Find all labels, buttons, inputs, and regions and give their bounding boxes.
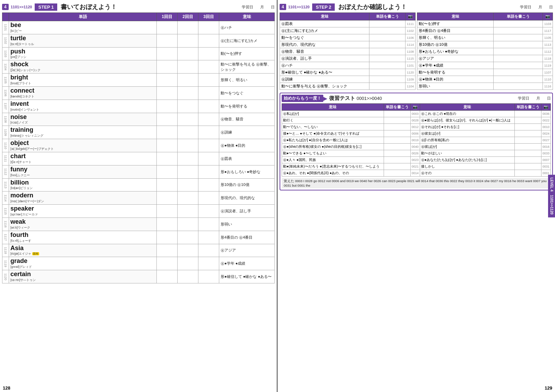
review-row: 動行く 0028 ㊎●彼らは[が]、彼女らは[が]、それらは[が] ●(一般に)… [282, 117, 551, 124]
word-main: billion [10, 179, 155, 186]
check-col-3 [198, 74, 219, 87]
review-meaning-r: ㊎●彼らは[が]、彼女らは[が]、それらは[が] ●(一般に)人は [420, 117, 514, 124]
word-main: Asia [10, 245, 155, 252]
word-main: chart [10, 153, 155, 160]
confirm-num-r: 1113 [543, 41, 553, 48]
confirm-write-l [369, 76, 405, 83]
check-col-2 [178, 257, 198, 270]
review-meaning-r: ㊎彼は[が] [420, 144, 514, 150]
word-phonetic: [fɔːrθ]ふォーす [10, 239, 155, 243]
check-col-1 [157, 165, 178, 178]
check-col-2 [178, 47, 198, 60]
review-arrow: ▶ [323, 96, 327, 101]
review-row: ㊎●(sheの所有格)彼女の ●(sheの目的格)彼女を[に] 0040 ㊎彼は… [282, 144, 551, 150]
check-col-1 [157, 270, 178, 283]
table-row: 1104 shock [ʃɑ(ː)k]ショッ(ー)ック 動〜に衝撃を与える ㊎衝… [2, 60, 275, 74]
col-meaning: 意味 [219, 13, 275, 21]
review-meaning-l: 動●〜できる ●〜してもよい [282, 150, 384, 157]
confirm-num-l: 1106 [405, 34, 415, 41]
study-date-left: 学習日 月 日 [242, 5, 275, 10]
table-row: 1115 speaker [spíːkər]スピーカァ ㊎演説者、話し手 [2, 205, 275, 218]
word-cell: bee [biː]ビー [9, 21, 157, 34]
check-col-1 [157, 191, 178, 205]
word-main: funny [10, 166, 155, 173]
word-phonetic: [nɔɪz]ノイズ [10, 120, 155, 125]
confirm-num-l: 1111 [405, 20, 415, 27]
confirm-right-icon: 📷 [543, 13, 553, 20]
meaning-cell: 形●おもしろい ●奇妙な [219, 165, 275, 178]
table-row: 1107 invent [invént]インヴェント 動〜を発明する [2, 100, 275, 113]
word-phonetic: [greɪd]グレィド [10, 265, 155, 269]
confirm-row: 動(〜を)押す 1103 [417, 20, 553, 27]
confirm-row: ㊎訓練 1109 [280, 76, 416, 83]
review-num-l: 0021 [410, 163, 420, 170]
word-phonetic: [braɪt]ブライト [10, 81, 155, 86]
check-col-2 [178, 191, 198, 205]
confirm-write-r [494, 62, 543, 69]
check-col-3 [198, 165, 219, 178]
word-cell: shock [ʃɑ(ː)k]ショッ(ー)ック [9, 60, 157, 74]
word-phonetic: [spíːkər]スピーカァ [10, 212, 155, 217]
confirm-num-r: 1103 [543, 20, 553, 27]
review-write-l [384, 137, 410, 144]
review-num-r: 0036 [541, 111, 550, 117]
word-cell: grade [greɪd]グレィド [9, 257, 157, 270]
review-num-l: 0006 [410, 130, 420, 137]
review-table: 意味 単語を書こう 📷 意味 単語を書こう 📷 ㊎私は[が] 0003 ㊎これ … [282, 103, 551, 177]
confirm-write-r [494, 34, 543, 41]
check-col-1 [157, 218, 178, 231]
confirm-write-l [369, 83, 405, 90]
table-row: 1108 noise [nɔɪz]ノイズ ㊎物音、騒音 [2, 113, 275, 126]
check-col-3 [198, 100, 219, 113]
table-row: 1119 grade [greɪd]グレィド ㊎●学年 ●成績 [2, 257, 275, 270]
review-icon-r: 📷 [541, 104, 550, 111]
check-col-1 [157, 257, 178, 270]
check-col-1 [157, 86, 178, 100]
confirm-num-r: 1116 [543, 83, 553, 90]
review-meaning-r: ㊎その [420, 170, 514, 177]
review-write-r [514, 170, 541, 177]
word-phonetic: [fʌni]ふァニー [10, 173, 155, 178]
confirm-meaning-l: 動〜に衝撃を与える ㊎衝撃、ショック [280, 83, 369, 90]
confirm-write-l [369, 20, 405, 27]
check-col-2 [178, 74, 198, 87]
check-col-2 [178, 270, 198, 283]
review-num-r: 0031 [541, 163, 550, 170]
meaning-cell: 形現代の、現代的な [219, 191, 275, 205]
review-num-l: 0028 [410, 117, 420, 124]
word-phonetic: [invént]インヴェント [10, 108, 155, 112]
confirm-write-r [494, 76, 543, 83]
review-col-write-r: 単語を書こう [514, 104, 541, 111]
review-meaning-r: 動〜がほしい [420, 150, 514, 157]
review-write-r [514, 150, 541, 157]
confirm-num-l: 1102 [405, 27, 415, 34]
review-range: 0001>>0040 [357, 96, 382, 101]
confirm-write-l [369, 69, 405, 76]
step-title-left: 書いておぼえよう！ [61, 3, 117, 11]
review-footer: 覚えた 0003 I 0028 go 0012 not 0006 and 001… [282, 178, 551, 188]
col-round2: 2回目 [178, 13, 198, 21]
page-number-right: 129 [545, 385, 552, 391]
review-row: 動●〜できる ●〜してもよい 0026 動〜がほしい 0033 [282, 150, 551, 157]
check-col-2 [178, 34, 198, 47]
review-meaning-r: ㊎これ ㊎この ●現在の [420, 111, 514, 117]
review-write-l [384, 117, 410, 124]
confirm-row: 形4番目の ㊎4番目 1117 [417, 27, 553, 34]
confirm-row: ㊎物音、騒音 1108 [280, 48, 416, 55]
review-write-r [514, 137, 541, 144]
word-main: certain [10, 271, 155, 278]
review-meaning-l: ㊎●(sheの所有格)彼女の ●(sheの目的格)彼女を[に] [282, 144, 384, 150]
word-main: turtle [10, 35, 155, 42]
row-num: 1104 [2, 60, 9, 74]
review-meaning-l: 動〜でない、〜しない [282, 124, 384, 130]
word-main: grade [10, 258, 155, 265]
table-row: 1102 turtle [tɜːrtl]タートゥル ㊎(主に海にすむ)カメ [2, 34, 275, 47]
check-col-2 [178, 244, 198, 257]
confirm-section: 意味 単語を書こう 📷 ㊎図表 1111 ㊎(主に海にすむ)カメ 1102 動〜… [280, 12, 553, 90]
word-phonetic: [kənékt]コネクト [10, 94, 155, 99]
word-phonetic: [tréɪnɪŋ]トゥレィニング [10, 134, 155, 138]
review-row: ㊎●私たちは[が] ●(自分を含め一般に)人は 0019 ㊎[I の所有格]私の… [282, 137, 551, 144]
table-row: 1114 modern [mɑ(ː)dərn]マー(ー)ダン 形現代の、現代的な [2, 191, 275, 205]
word-cell: object [ɑ(ː)bdʒekt]アー(ー)ブヂェクト [9, 139, 157, 152]
confirm-row: 形●おもしろい ●奇妙な 1112 [417, 48, 553, 55]
